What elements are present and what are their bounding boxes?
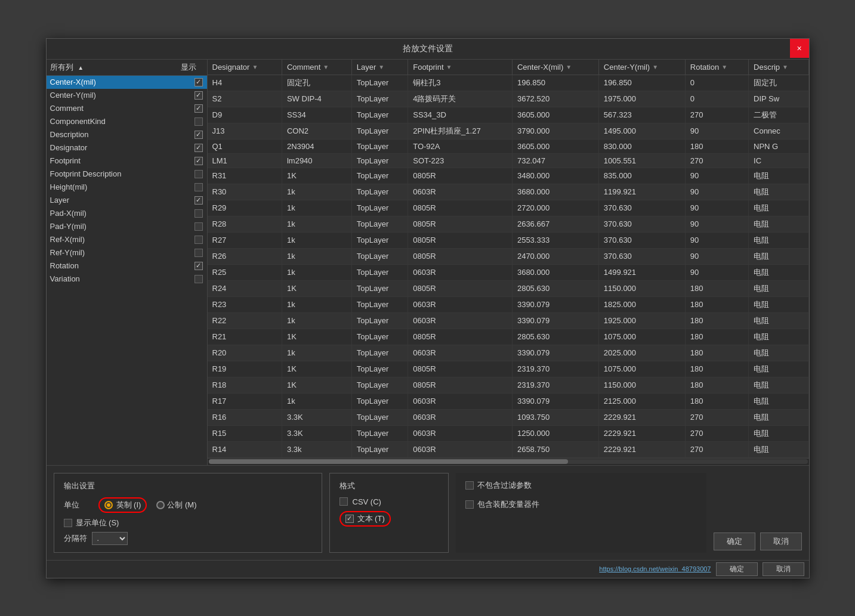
- left-list-item[interactable]: Rotation: [47, 259, 207, 273]
- metric-radio-label[interactable]: 公制 (M): [156, 500, 196, 510]
- table-header-cell[interactable]: Descrip▼: [749, 60, 808, 75]
- no-filter-checkbox[interactable]: [465, 481, 474, 490]
- filter-icon[interactable]: ▼: [652, 64, 658, 70]
- left-item-checkbox[interactable]: [194, 182, 203, 192]
- left-list-item[interactable]: Footprint Description: [47, 168, 207, 181]
- text-checkbox[interactable]: [345, 515, 354, 523]
- left-list-item[interactable]: Pad-X(mil): [47, 207, 207, 220]
- filter-icon[interactable]: ▼: [378, 64, 384, 70]
- filter-icon[interactable]: ▼: [566, 64, 572, 70]
- table-header-cell[interactable]: Center-X(mil)▼: [512, 60, 598, 75]
- left-list-item[interactable]: Footprint: [47, 154, 207, 168]
- table-header-cell[interactable]: Center-Y(mil)▼: [598, 60, 685, 75]
- table-row[interactable]: R153.3KTopLayer0603R1250.0002229.921270电…: [208, 425, 809, 441]
- left-list-item[interactable]: Description: [47, 128, 207, 141]
- table-row[interactable]: J13CON2TopLayer2PIN杜邦插座_1.273790.0001495…: [208, 123, 809, 139]
- table-row[interactable]: R221kTopLayer0603R3390.0791925.000180电阻: [208, 312, 809, 329]
- table-header-cell[interactable]: Comment▼: [282, 60, 351, 75]
- metric-radio-dot[interactable]: [156, 501, 165, 509]
- table-row[interactable]: R241KTopLayer0805R2805.6301150.000180电阻: [208, 280, 809, 296]
- table-row[interactable]: R191KTopLayer0805R2319.3701075.000180电阻: [208, 361, 809, 377]
- filter-icon[interactable]: ▼: [446, 64, 452, 70]
- left-list-item[interactable]: Height(mil): [47, 181, 207, 194]
- left-list-item[interactable]: Center-Y(mil): [47, 89, 207, 102]
- status-cancel-button[interactable]: 取消: [763, 562, 804, 576]
- separator-select[interactable]: . ,: [92, 532, 128, 545]
- left-item-checkbox[interactable]: [194, 104, 203, 113]
- table-row[interactable]: R271kTopLayer0805R2553.333370.63090电阻: [208, 232, 809, 248]
- table-cell: 0603R: [408, 264, 513, 280]
- left-list-item[interactable]: Designator: [47, 141, 207, 154]
- left-item-checkbox[interactable]: [194, 209, 203, 218]
- left-item-checkbox[interactable]: [194, 248, 203, 258]
- table-row[interactable]: R171kTopLayer0603R3390.0792125.000180电阻: [208, 393, 809, 409]
- table-cell: 3390.079: [512, 296, 598, 312]
- scrollbar-track[interactable]: [209, 459, 808, 464]
- left-list-item[interactable]: Center-X(mil): [47, 76, 207, 89]
- show-unit-checkbox[interactable]: [64, 519, 72, 527]
- table-row[interactable]: R281kTopLayer0805R2636.667370.63090电阻: [208, 216, 809, 232]
- table-row[interactable]: R261kTopLayer0805R2470.000370.63090电阻: [208, 248, 809, 264]
- left-list-item[interactable]: Comment: [47, 102, 207, 115]
- left-item-checkbox[interactable]: [194, 117, 203, 126]
- cancel-button[interactable]: 取消: [760, 533, 802, 550]
- left-item-checkbox[interactable]: [194, 91, 203, 100]
- filter-icon[interactable]: ▼: [323, 64, 329, 70]
- table-cell: 270: [685, 409, 748, 425]
- table-row[interactable]: S2SW DIP-4TopLayer4路拨码开关3672.5201975.000…: [208, 91, 809, 107]
- table-row[interactable]: R291kTopLayer0805R2720.000370.63090电阻: [208, 200, 809, 216]
- left-item-checkbox[interactable]: [194, 130, 203, 140]
- table-cell: 电阻: [749, 409, 808, 425]
- left-list-item[interactable]: ComponentKind: [47, 115, 207, 128]
- table-row[interactable]: R251kTopLayer0603R3680.0001499.92190电阻: [208, 264, 809, 280]
- left-item-checkbox[interactable]: [194, 261, 203, 271]
- csv-checkbox[interactable]: [339, 497, 348, 506]
- table-row[interactable]: R211KTopLayer0805R2805.6301075.000180电阻: [208, 329, 809, 345]
- table-cell: TopLayer: [351, 232, 408, 248]
- table-row[interactable]: R143.3kTopLayer0603R2658.7502229.921270电…: [208, 441, 809, 457]
- table-row[interactable]: R181KTopLayer0805R2319.3701150.000180电阻: [208, 377, 809, 393]
- left-item-checkbox[interactable]: [194, 196, 203, 205]
- left-item-checkbox[interactable]: [194, 222, 203, 231]
- table-cell: R28: [208, 216, 282, 232]
- left-item-checkbox[interactable]: [194, 274, 203, 284]
- table-row[interactable]: R163.3KTopLayer0603R1093.7502229.921270电…: [208, 409, 809, 425]
- table-header-cell[interactable]: Rotation▼: [685, 60, 748, 75]
- include-variant-checkbox[interactable]: [465, 500, 474, 509]
- table-container[interactable]: Designator▼Comment▼Layer▼Footprint▼Cente…: [208, 60, 809, 458]
- table-row[interactable]: R231kTopLayer0603R3390.0791825.000180电阻: [208, 296, 809, 312]
- status-ok-button[interactable]: 确定: [716, 562, 758, 576]
- table-cell: 0805R: [408, 248, 513, 264]
- table-header-cell[interactable]: Footprint▼: [408, 60, 513, 75]
- table-header-cell[interactable]: Designator▼: [208, 60, 282, 75]
- left-item-checkbox[interactable]: [194, 156, 203, 166]
- scrollbar-thumb[interactable]: [209, 459, 568, 464]
- left-item-checkbox[interactable]: [194, 143, 203, 153]
- status-url[interactable]: https://blog.csdn.net/weixin_48793007: [599, 565, 711, 572]
- left-item-checkbox[interactable]: [194, 78, 203, 87]
- left-list-item[interactable]: Ref-X(mil): [47, 233, 207, 246]
- filter-icon[interactable]: ▼: [782, 64, 788, 70]
- table-row[interactable]: H4固定孔TopLayer铜柱孔3196.850196.8500固定孔: [208, 75, 809, 91]
- table-row[interactable]: R311KTopLayer0805R3480.000835.00090电阻: [208, 168, 809, 184]
- left-item-checkbox[interactable]: [194, 169, 203, 179]
- filter-icon[interactable]: ▼: [252, 64, 258, 70]
- left-list-item[interactable]: Pad-Y(mil): [47, 220, 207, 233]
- english-radio-dot[interactable]: [104, 501, 113, 509]
- ok-button[interactable]: 确定: [714, 533, 755, 550]
- table-row[interactable]: R301kTopLayer0603R3680.0001199.92190电阻: [208, 184, 809, 200]
- filter-icon[interactable]: ▼: [721, 64, 727, 70]
- table-row[interactable]: Q12N3904TopLayerTO-92A3605.000830.000180…: [208, 139, 809, 153]
- table-row[interactable]: LM1lm2940TopLayerSOT-223732.0471005.5512…: [208, 153, 809, 168]
- table-header-cell[interactable]: Layer▼: [351, 60, 408, 75]
- english-radio-label[interactable]: 英制 (I): [98, 497, 147, 513]
- close-button[interactable]: ×: [790, 39, 809, 58]
- table-cell: TopLayer: [351, 425, 408, 441]
- left-list-item[interactable]: Layer: [47, 194, 207, 207]
- left-item-checkbox[interactable]: [194, 235, 203, 244]
- table-row[interactable]: R201kTopLayer0603R3390.0792025.000180电阻: [208, 345, 809, 361]
- table-row[interactable]: D9SS34TopLayerSS34_3D3605.000567.323270二…: [208, 107, 809, 123]
- left-list-item[interactable]: Variation: [47, 273, 207, 286]
- left-list-item[interactable]: Ref-Y(mil): [47, 246, 207, 259]
- horizontal-scrollbar[interactable]: [208, 458, 809, 465]
